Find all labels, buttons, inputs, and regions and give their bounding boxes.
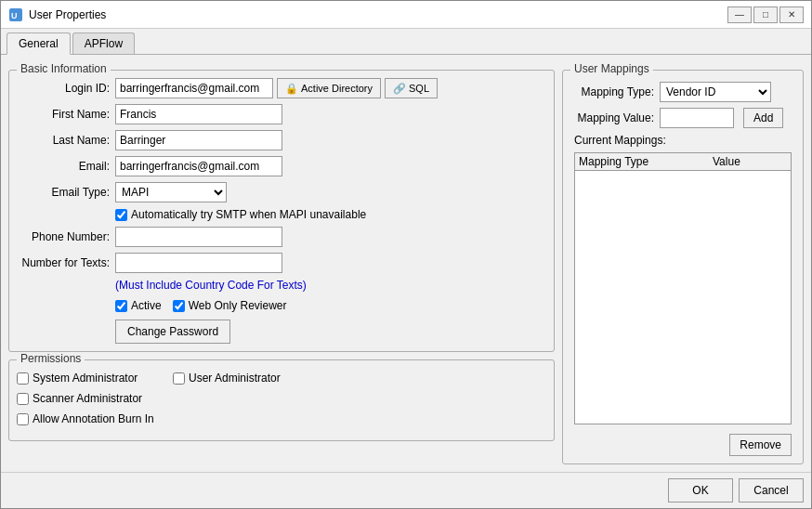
- user-mappings-content: Mapping Type: Vendor ID Employee ID Cust…: [570, 78, 795, 456]
- basic-info-group: Basic Information Login ID: 🔒 Active Dir…: [8, 70, 555, 352]
- app-icon: U: [8, 7, 23, 22]
- main-row: Basic Information Login ID: 🔒 Active Dir…: [8, 62, 804, 464]
- left-panel: Basic Information Login ID: 🔒 Active Dir…: [8, 62, 555, 464]
- email-row: Email:: [17, 156, 546, 176]
- mappings-table: Mapping Type Value: [574, 152, 792, 424]
- window: U User Properties — □ ✕ General APFlow B…: [0, 0, 812, 509]
- login-id-input[interactable]: [115, 78, 273, 98]
- perm-row-3: Allow Annotation Burn In: [17, 412, 546, 425]
- smtp-checkbox[interactable]: [115, 209, 127, 221]
- content: Basic Information Login ID: 🔒 Active Dir…: [1, 55, 811, 472]
- phone-label: Phone Number:: [17, 230, 110, 243]
- close-button[interactable]: ✕: [779, 7, 804, 23]
- web-only-check-group: Web Only Reviewer: [173, 299, 287, 312]
- sys-admin-label: System Administrator: [33, 372, 138, 385]
- sql-button[interactable]: 🔗 SQL: [385, 78, 438, 98]
- smtp-checkbox-row: Automatically try SMTP when MAPI unavail…: [115, 208, 546, 221]
- basic-info-title: Basic Information: [17, 62, 111, 75]
- login-id-label: Login ID:: [17, 82, 110, 95]
- email-type-row: Email Type: MAPI SMTP: [17, 182, 546, 202]
- permissions-title: Permissions: [17, 352, 85, 365]
- user-admin-item: User Administrator: [173, 372, 321, 385]
- add-button[interactable]: Add: [743, 108, 783, 128]
- right-panel: User Mappings Mapping Type: Vendor ID Em…: [562, 62, 804, 464]
- texts-row: Number for Texts:: [17, 253, 546, 273]
- first-name-label: First Name:: [17, 108, 110, 121]
- permissions-group: Permissions System Administrator User Ad…: [8, 359, 555, 441]
- annotation-burn-label: Allow Annotation Burn In: [33, 412, 154, 425]
- scanner-admin-checkbox[interactable]: [17, 393, 29, 405]
- mappings-body: [575, 171, 791, 424]
- user-mappings-title: User Mappings: [570, 62, 653, 75]
- ok-button[interactable]: OK: [668, 478, 733, 502]
- perm-row-2: Scanner Administrator: [17, 392, 546, 405]
- cancel-button[interactable]: Cancel: [739, 478, 804, 502]
- mapping-type-label: Mapping Type:: [570, 85, 654, 98]
- user-mappings-group: User Mappings Mapping Type: Vendor ID Em…: [562, 70, 804, 464]
- col-type-header: Mapping Type: [579, 155, 713, 168]
- svg-text:U: U: [11, 11, 18, 20]
- active-checkbox[interactable]: [115, 300, 127, 312]
- current-mappings-label: Current Mappings:: [574, 134, 795, 147]
- login-id-controls: 🔒 Active Directory 🔗 SQL: [115, 78, 438, 98]
- first-name-input[interactable]: [115, 104, 282, 124]
- tab-apflow[interactable]: APFlow: [72, 33, 135, 54]
- ad-icon: 🔒: [285, 83, 298, 95]
- email-input[interactable]: [115, 156, 282, 176]
- remove-button[interactable]: Remove: [729, 434, 792, 456]
- mapping-type-row: Mapping Type: Vendor ID Employee ID Cust…: [570, 82, 795, 102]
- perm-row-1: System Administrator User Administrator: [17, 372, 546, 385]
- scanner-admin-label: Scanner Administrator: [33, 392, 142, 405]
- active-row: Active Web Only Reviewer: [115, 299, 546, 312]
- minimize-button[interactable]: —: [727, 7, 752, 23]
- col-value-header: Value: [713, 155, 787, 168]
- annotation-burn-item: Allow Annotation Burn In: [17, 412, 165, 425]
- login-id-row: Login ID: 🔒 Active Directory 🔗 SQL: [17, 78, 546, 98]
- maximize-button[interactable]: □: [753, 7, 778, 23]
- user-admin-label: User Administrator: [189, 372, 281, 385]
- mapping-value-input[interactable]: [660, 108, 734, 128]
- sql-icon: 🔗: [393, 83, 406, 95]
- annotation-burn-checkbox[interactable]: [17, 413, 29, 425]
- window-controls: — □ ✕: [727, 7, 804, 23]
- active-directory-button[interactable]: 🔒 Active Directory: [277, 78, 381, 98]
- mapping-type-select[interactable]: Vendor ID Employee ID Custom: [660, 82, 771, 102]
- tab-general[interactable]: General: [7, 33, 71, 55]
- last-name-input[interactable]: [115, 130, 282, 150]
- sys-admin-item: System Administrator: [17, 372, 165, 385]
- phone-input[interactable]: [115, 227, 282, 247]
- phone-row: Phone Number:: [17, 227, 546, 247]
- title-bar: U User Properties — □ ✕: [1, 1, 811, 29]
- active-label: Active: [131, 299, 162, 312]
- texts-label: Number for Texts:: [17, 256, 110, 269]
- remove-row: Remove: [570, 434, 792, 456]
- scanner-admin-item: Scanner Administrator: [17, 392, 165, 405]
- mappings-table-header: Mapping Type Value: [575, 153, 791, 171]
- mapping-value-label: Mapping Value:: [570, 111, 654, 124]
- user-admin-checkbox[interactable]: [173, 372, 185, 385]
- tabs: General APFlow: [1, 29, 811, 55]
- window-title: User Properties: [29, 8, 727, 21]
- web-only-label: Web Only Reviewer: [189, 299, 287, 312]
- last-name-label: Last Name:: [17, 134, 110, 147]
- email-type-label: Email Type:: [17, 186, 110, 199]
- smtp-label: Automatically try SMTP when MAPI unavail…: [131, 208, 366, 221]
- bottom-bar: OK Cancel: [1, 472, 811, 508]
- first-name-row: First Name:: [17, 104, 546, 124]
- texts-input[interactable]: [115, 253, 282, 273]
- email-type-select[interactable]: MAPI SMTP: [115, 182, 227, 202]
- last-name-row: Last Name:: [17, 130, 546, 150]
- mapping-value-row: Mapping Value: Add: [570, 108, 795, 128]
- email-label: Email:: [17, 160, 110, 173]
- sys-admin-checkbox[interactable]: [17, 372, 29, 385]
- change-password-button[interactable]: Change Password: [115, 320, 230, 344]
- web-only-checkbox[interactable]: [173, 300, 185, 312]
- active-check-group: Active: [115, 299, 162, 312]
- country-code-note: (Must Include Country Code For Texts): [115, 279, 546, 292]
